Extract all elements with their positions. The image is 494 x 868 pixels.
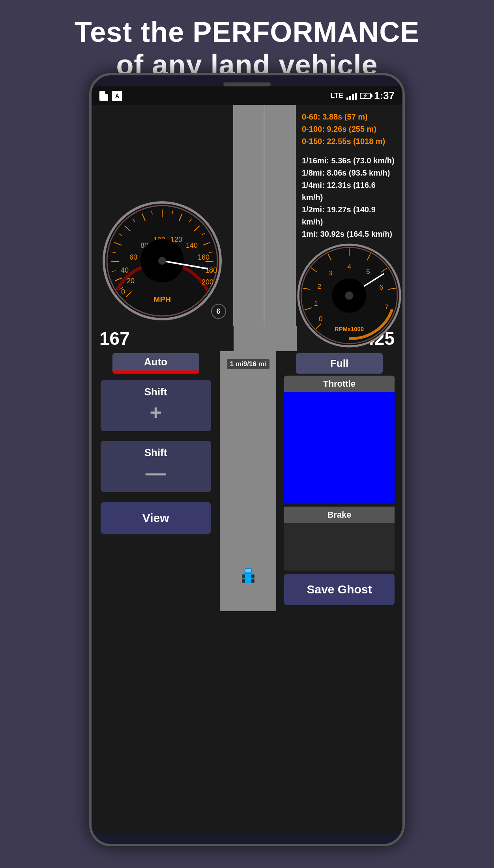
gauges-row: 0 20 40 60 80 [92, 105, 402, 326]
shift-down-icon: — [146, 467, 166, 479]
right-controls: Full Throttle Brake Save Ghost [276, 351, 402, 611]
rpm-gauge: 0 1 2 3 4 5 6 7 [296, 242, 402, 349]
auto-button-label: Auto [144, 353, 167, 370]
shift-up-label: Shift [144, 386, 167, 398]
lte-icon: LTE [330, 92, 343, 100]
stat-0-100: 0-100: 9.26s (255 m) [302, 123, 397, 135]
auto-button-bar [112, 370, 199, 374]
speed-value-left: 167 [92, 326, 234, 351]
car-icon [240, 564, 256, 587]
phone-speaker [223, 82, 271, 86]
svg-text:7: 7 [385, 303, 389, 311]
screen-content: 0 20 40 60 80 [92, 105, 402, 834]
full-button[interactable]: Full [296, 353, 383, 374]
shift-up-button[interactable]: Shift + [101, 380, 211, 431]
stat-0-150: 0-150: 22.55s (1018 m) [302, 135, 397, 148]
stat-0-60: 0-60: 3.88s (57 m) [302, 111, 397, 123]
accel-stats: 0-60: 3.88s (57 m) 0-100: 9.26s (255 m) … [302, 111, 397, 148]
stat-1-4mi: 1/4mi: 12.31s (116.6 km/h) [302, 179, 397, 204]
svg-text:5: 5 [366, 268, 370, 275]
svg-point-26 [158, 257, 166, 265]
shift-down-button[interactable]: Shift — [101, 441, 211, 492]
stat-1-2mi: 1/2mi: 19.27s (140.9 km/h) [302, 204, 397, 228]
gear-badge: 6 [211, 304, 226, 319]
svg-text:140: 140 [186, 241, 198, 249]
throttle-label: Throttle [284, 376, 395, 392]
speedometer-gauge: 0 20 40 60 80 [101, 200, 223, 322]
signal-bars [346, 92, 357, 100]
shift-down-label: Shift [144, 447, 167, 459]
svg-rect-66 [242, 579, 245, 583]
svg-text:200: 200 [202, 278, 213, 286]
header-line1: Test the PERFORMANCE [75, 16, 420, 48]
throttle-panel: Throttle Brake [284, 376, 395, 571]
svg-text:0: 0 [319, 315, 323, 323]
phone-frame: A LTE ⚡ 1:37 [89, 73, 405, 846]
svg-text:40: 40 [121, 266, 129, 274]
svg-text:1: 1 [314, 299, 318, 307]
svg-text:MPH: MPH [153, 295, 171, 304]
right-area: 0-60: 3.88s (57 m) 0-100: 9.26s (255 m) … [296, 105, 402, 326]
road-distance-label: 1 mi9/16 mi [227, 359, 269, 369]
status-left-icons: A [99, 91, 122, 101]
svg-text:4: 4 [347, 263, 351, 271]
svg-text:60: 60 [129, 253, 137, 261]
view-button[interactable]: View [101, 502, 211, 534]
svg-point-60 [345, 292, 354, 300]
svg-rect-65 [251, 574, 254, 578]
center-road [233, 105, 296, 326]
font-icon: A [112, 91, 122, 101]
svg-text:RPMx1000: RPMx1000 [335, 326, 364, 332]
brake-label: Brake [284, 507, 395, 523]
distance-stats: 1/16mi: 5.36s (73.0 km/h) 1/8mi: 8.06s (… [302, 155, 397, 240]
header-title: Test the PERFORMANCE of any land vehicle [8, 16, 486, 81]
status-right-icons: LTE ⚡ 1:37 [330, 90, 395, 102]
svg-rect-68 [245, 569, 251, 572]
battery-icon: ⚡ [360, 93, 371, 99]
left-gauge-area: 0 20 40 60 80 [92, 105, 233, 326]
battery-bolt: ⚡ [362, 93, 368, 99]
svg-text:180: 180 [205, 266, 217, 274]
shift-up-icon: + [150, 402, 161, 423]
svg-text:2: 2 [317, 282, 321, 290]
controls-row: Auto Shift + Shift — View [92, 351, 402, 611]
svg-rect-67 [251, 579, 254, 583]
svg-text:20: 20 [127, 277, 135, 285]
status-time: 1:37 [374, 90, 395, 102]
svg-text:0: 0 [121, 288, 125, 296]
stat-1-16mi: 1/16mi: 5.36s (73.0 km/h) [302, 155, 397, 167]
stats-panel: 0-60: 3.88s (57 m) 0-100: 9.26s (255 m) … [296, 105, 402, 242]
svg-text:6: 6 [379, 283, 383, 291]
svg-rect-64 [242, 574, 245, 578]
left-controls: Auto Shift + Shift — View [92, 351, 220, 611]
throttle-bar [284, 392, 395, 503]
road-center-line [264, 105, 265, 326]
auto-button[interactable]: Auto [112, 353, 199, 374]
speed-center-road [234, 326, 297, 351]
center-road-column: 1 mi9/16 mi [220, 351, 276, 611]
page-wrapper: Test the PERFORMANCE of any land vehicle… [0, 0, 494, 868]
svg-text:3: 3 [328, 269, 332, 277]
sim-icon [99, 91, 108, 101]
stat-1-8mi: 1/8mi: 8.06s (93.5 km/h) [302, 167, 397, 179]
brake-bar [284, 523, 395, 571]
stat-1mi: 1mi: 30.92s (164.5 km/h) [302, 228, 397, 240]
svg-text:160: 160 [198, 253, 210, 261]
right-gauge-area: 0 1 2 3 4 5 6 7 [296, 242, 402, 353]
save-ghost-button[interactable]: Save Ghost [284, 574, 395, 605]
status-bar: A LTE ⚡ 1:37 [92, 86, 402, 105]
